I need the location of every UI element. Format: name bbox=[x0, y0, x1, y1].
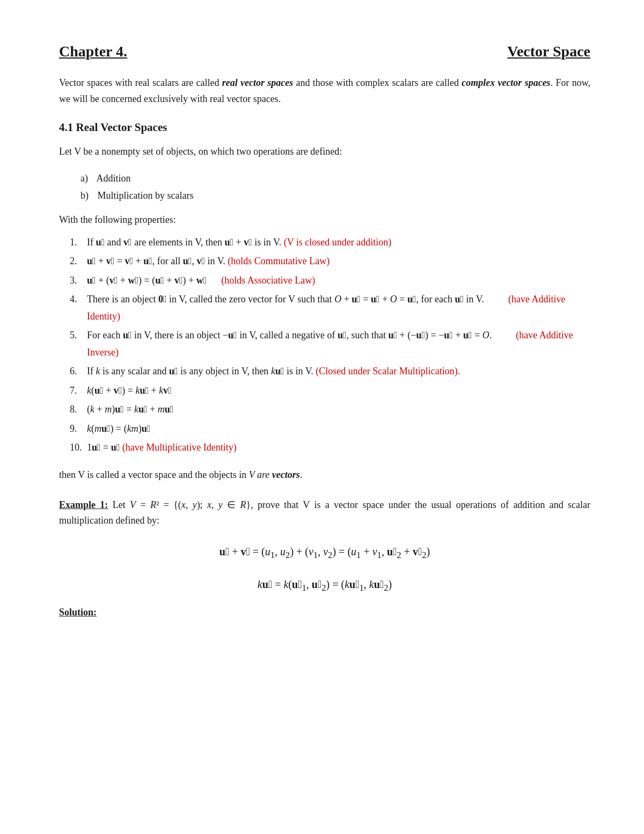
axiom-2: 2. u⃗ + v⃗ = v⃗ + u⃗, for all u⃗, v⃗ in … bbox=[70, 253, 590, 270]
axiom-6: 6. If k is any scalar and u⃗ is any obje… bbox=[70, 363, 590, 380]
chapter-title: Chapter 4. bbox=[59, 43, 127, 60]
then-paragraph: then V is called a vector space and the … bbox=[59, 467, 590, 483]
axiom-3: 3. u⃗ + (v⃗ + w⃗) = (u⃗ + v⃗) + w⃗ (hold… bbox=[70, 272, 590, 289]
axiom-7: 7. k(u⃗ + v⃗) = ku⃗ + kv⃗ bbox=[70, 382, 590, 400]
main-title: Vector Space bbox=[507, 43, 590, 60]
example-paragraph: Example 1: Let V = R² = {(x, y); x, y ∈ … bbox=[59, 497, 590, 529]
solution-heading: Solution: bbox=[59, 607, 590, 618]
axiom-5: 5. For each u⃗ in V, there is an object … bbox=[70, 327, 590, 361]
section-intro: Let V be a nonempty set of objects, on w… bbox=[59, 144, 590, 160]
axiom-10: 10. 1u⃗ = u⃗ (have Multiplicative Identi… bbox=[70, 439, 590, 456]
list-item-multiplication: b) Multiplication by scalars bbox=[80, 187, 590, 204]
axiom-9: 9. k(mu⃗) = (km)u⃗ bbox=[70, 420, 590, 438]
axiom-8: 8. (k + m)u⃗ = ku⃗ + mu⃗ bbox=[70, 401, 590, 418]
section-heading: 4.1 Real Vector Spaces bbox=[59, 121, 590, 134]
operations-list: a) Addition b) Multiplication by scalars bbox=[80, 170, 590, 205]
math-addition: u⃗ + v⃗ = (u1, u2) + (v1, v2) = (u1 + v1… bbox=[59, 541, 590, 564]
axiom-1: 1. If u⃗ and v⃗ are elements in V, then … bbox=[70, 234, 590, 251]
math-scalar: ku⃗ = k(u⃗1, u⃗2) = (ku⃗1, ku⃗2) bbox=[59, 574, 590, 597]
list-item-addition: a) Addition bbox=[80, 170, 590, 187]
properties-intro: With the following properties: bbox=[59, 214, 590, 226]
axiom-4: 4. There is an object 0⃗ in V, called th… bbox=[70, 291, 590, 325]
page: Chapter 4. Vector Space Vector spaces wi… bbox=[0, 0, 644, 834]
intro-paragraph: Vector spaces with real scalars are call… bbox=[59, 75, 590, 107]
axioms-list: 1. If u⃗ and v⃗ are elements in V, then … bbox=[70, 234, 590, 456]
header-row: Chapter 4. Vector Space bbox=[59, 43, 590, 60]
